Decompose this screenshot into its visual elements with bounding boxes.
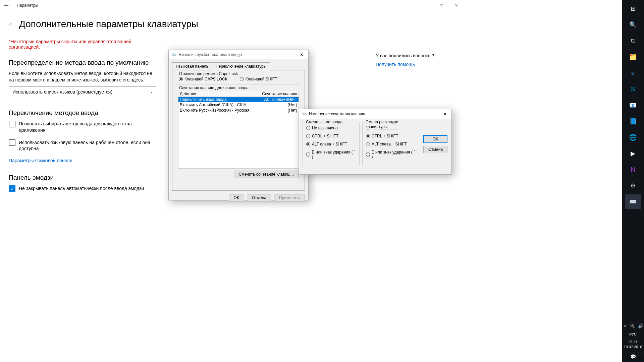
window-title: Параметры: [17, 3, 38, 8]
help-panel: У вас появились вопросы? Получить помощь: [376, 53, 434, 67]
page-header: ⌂ Дополнительные параметры клавиатуры: [9, 19, 464, 29]
close-button[interactable]: ✕: [449, 0, 464, 11]
taskbar: ⊞ 🔍 ⧉ 🗂️ e S 📧 📘 🌐 ▶ N ⚙ ⌨️ ＾ 🔌 🔊 РУС 23…: [622, 0, 644, 362]
edge-icon[interactable]: e: [625, 66, 641, 80]
hotkeys-group: Сочетания клавиш для языков ввода Действ…: [176, 88, 301, 181]
tab-language-bar[interactable]: Языковая панель: [172, 62, 212, 70]
tab-keyboard-switch[interactable]: Переключение клавиатуры: [212, 62, 270, 70]
action-center-icon[interactable]: 💬: [622, 353, 644, 360]
back-button[interactable]: 🠔: [4, 3, 9, 8]
dialog-title: Языки и службы текстового ввода: [178, 52, 242, 57]
default-input-combo[interactable]: Использовать список языков (рекомендуетс…: [9, 86, 156, 97]
chrome-icon[interactable]: 🌐: [625, 130, 641, 145]
dialog2-ok-button[interactable]: ОК: [423, 135, 447, 143]
main-content: *Некоторые параметры скрыты или управляю…: [9, 39, 156, 192]
checkbox-emoji-autoclose[interactable]: ✓: [9, 185, 15, 192]
hotkeys-legend: Сочетания клавиш для языков ввода: [178, 85, 250, 90]
list-item: Включить Русский (Россия) - Русская(Нет): [178, 108, 299, 113]
change-hotkey-button[interactable]: Сменить сочетание клавиш...: [234, 171, 299, 178]
section-override-heading: Переопределение метода ввода по умолчани…: [9, 59, 156, 66]
help-question: У вас появились вопросы?: [376, 53, 434, 58]
radio-shift-label: Клавишей SHIFT: [246, 77, 277, 81]
settings-icon[interactable]: ⚙: [625, 178, 641, 193]
capslock-legend: Отключение режима Caps Lock: [178, 71, 239, 76]
section-emoji-heading: Панель эмодзи: [9, 174, 156, 181]
list-item: Переключить язык вводаALT слева+SHIFT: [178, 97, 299, 102]
radio-lang-none[interactable]: [306, 126, 310, 130]
input-language-group: Смена языка ввода Не назначено CTRL + SH…: [303, 122, 360, 166]
cancel-button[interactable]: Отмена: [247, 194, 271, 201]
checkbox-language-bar[interactable]: [9, 139, 15, 146]
checkbox-emoji-autoclose-label: Не закрывать панель автоматически после …: [19, 185, 144, 192]
section-switch-heading: Переключение методов ввода: [9, 109, 156, 117]
apply-button[interactable]: Применить: [274, 194, 305, 201]
language-bar-options-link[interactable]: Параметры языковой панели: [9, 158, 156, 163]
tray-chevron-icon[interactable]: ＾: [623, 323, 627, 329]
dialog-close-button[interactable]: ✕: [295, 50, 308, 59]
col-shortcut: Сочетание клавиш: [262, 92, 297, 96]
skype-icon[interactable]: S: [625, 82, 641, 97]
onenote-icon[interactable]: N: [625, 162, 641, 177]
combo-value: Использовать список языков (рекомендуетс…: [12, 89, 112, 95]
checkbox-per-window-label: Позволить выбирать метод ввода для каждо…: [19, 121, 156, 133]
outlook-icon[interactable]: 📧: [625, 98, 641, 113]
clock-date: 18.07.2018: [624, 345, 642, 349]
minimize-button[interactable]: —: [419, 0, 434, 11]
keyboard-icon: ⌨️: [302, 112, 307, 116]
clock-time: 23:21: [624, 340, 642, 344]
start-button[interactable]: ⊞: [625, 1, 641, 16]
dialog-tabs: Языковая панель Переключение клавиатуры: [172, 62, 308, 70]
clock[interactable]: 23:21 18.07.2018: [624, 340, 642, 349]
input-language-legend: Смена языка ввода: [305, 120, 343, 124]
capslock-group: Отключение режима Caps Lock Клавишей CAP…: [176, 74, 301, 84]
volume-icon[interactable]: 🔊: [638, 323, 643, 329]
text-services-dialog: ⌨️ Языки и службы текстового ввода ✕ Язы…: [168, 50, 309, 200]
maximize-button[interactable]: ▢: [434, 0, 449, 11]
language-indicator[interactable]: РУС: [629, 332, 637, 336]
dialog2-title: Изменение сочетания клавиш: [309, 112, 365, 116]
radio-layout-grave[interactable]: [366, 153, 370, 157]
radio-lang-grave[interactable]: [306, 153, 310, 157]
layout-legend: Смена раскладки клавиатуры: [365, 120, 419, 129]
hotkeys-list[interactable]: Переключить язык вводаALT слева+SHIFT Вк…: [178, 97, 299, 169]
section-override-desc: Если вы хотите использовать метод ввода,…: [9, 70, 156, 83]
system-tray: ＾ 🔌 🔊 РУС 23:21 18.07.2018 💬: [622, 323, 644, 362]
ok-button[interactable]: ОК: [229, 194, 244, 201]
search-icon[interactable]: 🔍: [625, 17, 641, 32]
power-icon[interactable]: 🔌: [630, 323, 635, 329]
help-link[interactable]: Получить помощь: [376, 62, 434, 67]
keyboard-icon: ⌨️: [171, 52, 176, 57]
change-hotkey-dialog: ⌨️ Изменение сочетания клавиш ✕ Смена яз…: [299, 109, 452, 175]
radio-lang-altshift[interactable]: [306, 142, 310, 146]
col-action: Действие: [180, 92, 198, 96]
dialog2-close-button[interactable]: ✕: [438, 109, 451, 119]
task-view-icon[interactable]: ⧉: [625, 34, 641, 48]
file-explorer-icon[interactable]: 🗂️: [625, 50, 641, 64]
window-controls: — ▢ ✕: [419, 0, 464, 11]
page-title: Дополнительные параметры клавиатуры: [19, 19, 198, 29]
radio-layout-ctrlshift[interactable]: [366, 134, 370, 138]
radio-capslock[interactable]: [179, 77, 183, 81]
dialog2-cancel-button[interactable]: Отмена: [423, 146, 447, 153]
titlebar: 🠔 Параметры: [0, 0, 464, 11]
tab-pane: Отключение режима Caps Lock Клавишей CAP…: [172, 70, 305, 191]
checkbox-per-window[interactable]: [9, 121, 15, 127]
radio-layout-altshift[interactable]: [366, 142, 370, 146]
radio-shift[interactable]: [240, 77, 244, 81]
layout-group: Смена раскладки клавиатуры Не назначено …: [362, 122, 419, 166]
hotkeys-header: Действие Сочетание клавиш: [178, 91, 299, 97]
list-item: Включить Английский (США) - США(Нет): [178, 102, 299, 108]
dialog-titlebar: ⌨️ Языки и службы текстового ввода ✕: [169, 50, 308, 59]
policy-warning: *Некоторые параметры скрыты или управляю…: [9, 39, 156, 50]
checkbox-language-bar-label: Использовать языковую панель на рабочем …: [19, 139, 156, 152]
radio-capslock-label: Клавишей CAPS LOCK: [184, 77, 228, 81]
app-icon[interactable]: ▶: [625, 146, 641, 161]
home-icon[interactable]: ⌂: [9, 21, 12, 28]
keyboard-app-icon[interactable]: ⌨️: [625, 194, 641, 209]
notes-icon[interactable]: 📘: [625, 114, 641, 129]
dialog2-titlebar: ⌨️ Изменение сочетания клавиш ✕: [299, 109, 451, 119]
chevron-down-icon: ⌄: [150, 90, 153, 94]
radio-lang-ctrlshift[interactable]: [306, 134, 310, 138]
